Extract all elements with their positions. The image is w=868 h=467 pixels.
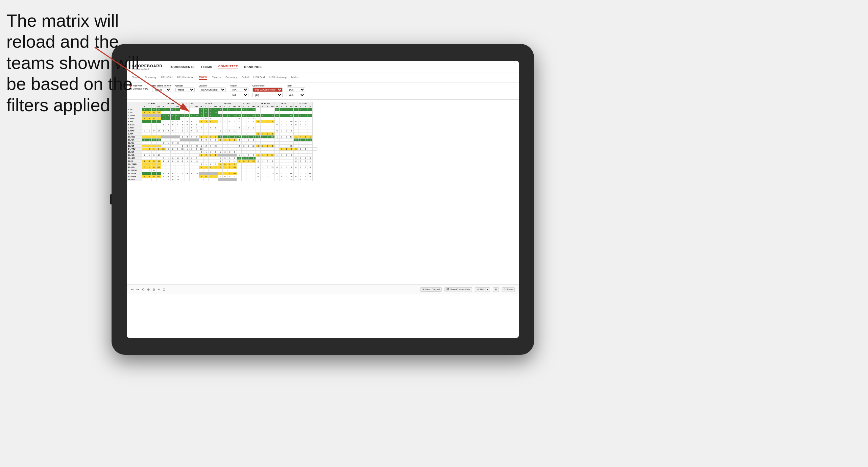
col-group-ucla: 31. UCLA xyxy=(256,102,275,105)
team-select[interactable]: (All) xyxy=(287,88,305,92)
col-group-osu: 57. OSU xyxy=(294,102,313,105)
table-row: 7. UM 0100 0101 0101 xyxy=(127,126,317,129)
wltd-t9: T xyxy=(303,105,308,108)
row-label: 17. GIT xyxy=(127,157,142,160)
nav-teams[interactable]: TEAMS xyxy=(201,65,212,69)
region-filter: Region N/A N/A xyxy=(230,84,248,97)
row-label: 23. UNM xyxy=(127,175,142,178)
bottom-toolbar: ↩ ↪ ⟲ ⊕ ⊖ + ⊙ 👁 View: Original 💾 Save Cu… xyxy=(127,284,519,294)
wltd-t2: T xyxy=(171,105,175,108)
table-row: 3. ASU 500120 20048 0100 01052 600160 00… xyxy=(127,114,317,117)
team-label: Team xyxy=(287,84,305,87)
wltd-w9: W xyxy=(294,105,298,108)
zoom-in-icon[interactable]: ⊕ xyxy=(147,288,150,291)
wltd-dif8: Dif xyxy=(289,105,294,108)
undo-icon[interactable]: ↩ xyxy=(131,288,134,291)
table-row: 17. GIT 01010 1000 1000 1000 0100 xyxy=(127,157,317,160)
wltd-t: T xyxy=(152,105,156,108)
row-label: 20. UG xyxy=(127,166,142,169)
table-row: 23. UNM 200-21 20025 0010 1000 01011 100… xyxy=(127,175,317,178)
wltd-w6: W xyxy=(237,105,242,108)
tab-h2h-grid[interactable]: H2H Grid xyxy=(161,76,172,79)
conference-label: Conference xyxy=(252,84,283,87)
table-row: 14. TTU 21122 02030 12026 0200 29 xyxy=(127,148,317,151)
save-custom-view-button[interactable]: 💾 Save Custom View xyxy=(444,287,472,292)
wltd-l7: L xyxy=(261,105,265,108)
tab-players-h2h-heatmap[interactable]: H2H Heatmap xyxy=(269,76,287,79)
wltd-dif: Dif xyxy=(156,105,161,108)
wltd-t7: T xyxy=(265,105,270,108)
row-label: 15. UF xyxy=(127,151,142,154)
division-select[interactable]: NCAA Division I NCAA Division II xyxy=(199,88,226,92)
view-original-button[interactable]: 👁 View: Original xyxy=(420,287,442,292)
wltd-dif3: Dif xyxy=(194,105,199,108)
tab-players[interactable]: Players xyxy=(212,76,221,79)
redo-icon[interactable]: ↪ xyxy=(136,288,139,291)
wltd-w5: W xyxy=(218,105,223,108)
watch-button[interactable]: ⊙ Watch ▾ xyxy=(475,287,490,292)
max-teams-select[interactable]: Top 25 Top 50 xyxy=(152,88,171,92)
table-row: 1. AU 12023 010 20027 0100 10025 010 10 xyxy=(127,108,317,111)
wltd-dif9: D xyxy=(308,105,313,108)
conference-select-2[interactable]: (All) xyxy=(252,93,283,97)
tab-players-h2h-grid[interactable]: H2H Grid xyxy=(254,76,265,79)
row-label: 21. ETSU xyxy=(127,169,142,172)
gender-label: Gender xyxy=(175,84,195,87)
tab-h2h-heatmap[interactable]: H2H Heatmap xyxy=(177,76,194,79)
table-row: 16. UO 210-14 1201 1100 11011 1100 xyxy=(127,154,317,157)
max-teams-filter: Max teams in view Top 25 Top 50 xyxy=(152,84,171,92)
settings-icon[interactable]: ⊙ xyxy=(163,288,165,291)
nav-committee[interactable]: COMMITTEE xyxy=(218,65,238,69)
tab-players-summary[interactable]: Summary xyxy=(225,76,237,79)
wltd-w2: W xyxy=(161,105,166,108)
team-select-2[interactable]: (All) xyxy=(287,93,305,97)
wltd-dif6: Dif xyxy=(251,105,256,108)
wltd-w8: W xyxy=(275,105,280,108)
matrix-container[interactable]: 3. ASU 10. UW 11. UA 22. UCB 24. UO 27. … xyxy=(127,102,519,284)
row-label: 7. UM xyxy=(127,126,142,129)
col-group-su: 27. SU xyxy=(237,102,256,105)
zoom-out-icon[interactable]: ⊖ xyxy=(152,288,155,291)
table-row: 13. UT 02030 12026 22012 0200 18 xyxy=(127,145,317,148)
wltd-t3: T xyxy=(190,105,194,108)
table-row: 24. UO 02029 23035 1601 xyxy=(127,178,317,181)
wltd-t8: T xyxy=(284,105,289,108)
gender-select[interactable]: Men's Women's xyxy=(175,88,195,92)
row-label: 18. U xyxy=(127,160,142,163)
share-button[interactable]: ⟳ Share xyxy=(502,287,515,292)
conference-select[interactable]: Pac-12 Conference (All) xyxy=(252,88,283,92)
row-label: 22. UCB xyxy=(127,172,142,175)
table-row: 6. FSU 1403 5001 0100 010 xyxy=(127,123,317,126)
wltd-l2: L xyxy=(166,105,171,108)
add-icon[interactable]: + xyxy=(158,288,160,291)
region-select[interactable]: N/A xyxy=(230,88,248,92)
wltd-l6: L xyxy=(242,105,246,108)
refresh-icon[interactable]: ⟲ xyxy=(142,288,144,291)
row-label: 24. UO xyxy=(127,178,142,181)
nav-rankings[interactable]: RANKINGS xyxy=(244,65,262,69)
division-label: Division xyxy=(199,84,226,87)
wltd-dif5: Dif xyxy=(232,105,237,108)
col-group-uw: 10. UW xyxy=(161,102,180,105)
annotation-text: The matrix will reload and the teams sho… xyxy=(6,10,152,116)
conference-filter: Conference Pac-12 Conference (All) (All) xyxy=(252,84,283,97)
tab-detail[interactable]: Detail xyxy=(242,76,248,79)
col-group-uo: 24. UO xyxy=(218,102,237,105)
region-select-2[interactable]: N/A xyxy=(230,93,248,97)
table-row: 11. UA 01010 3000 0100 3400 0301 xyxy=(127,139,317,142)
table-row: 20. UG 010-38 01022 11040 01013 0100 010… xyxy=(127,166,317,169)
table-row: 5. UT 0140 3500 2200 1100 1102 0200 1104… xyxy=(127,120,317,123)
row-label: 16. UO xyxy=(127,154,142,157)
gender-filter: Gender Men's Women's xyxy=(175,84,195,92)
toolbar-extra-button[interactable]: ⊞ xyxy=(493,287,499,292)
tab-matrix[interactable]: Matrix xyxy=(199,75,207,80)
nav-tournaments[interactable]: TOURNAMENTS xyxy=(169,65,194,69)
table-row: 21. ETSU 10 xyxy=(127,169,317,172)
wltd-t4: T xyxy=(209,105,213,108)
filter-row: Full View Compact View Max teams in view… xyxy=(127,82,519,100)
table-row: 9. UA 0100 xyxy=(127,132,317,136)
row-label: 11. UA xyxy=(127,139,142,142)
tab-players-matrix[interactable]: Matrix xyxy=(291,76,299,79)
table-row: 15. UF 0100 1000 xyxy=(127,151,317,154)
wltd-l9: L xyxy=(298,105,303,108)
